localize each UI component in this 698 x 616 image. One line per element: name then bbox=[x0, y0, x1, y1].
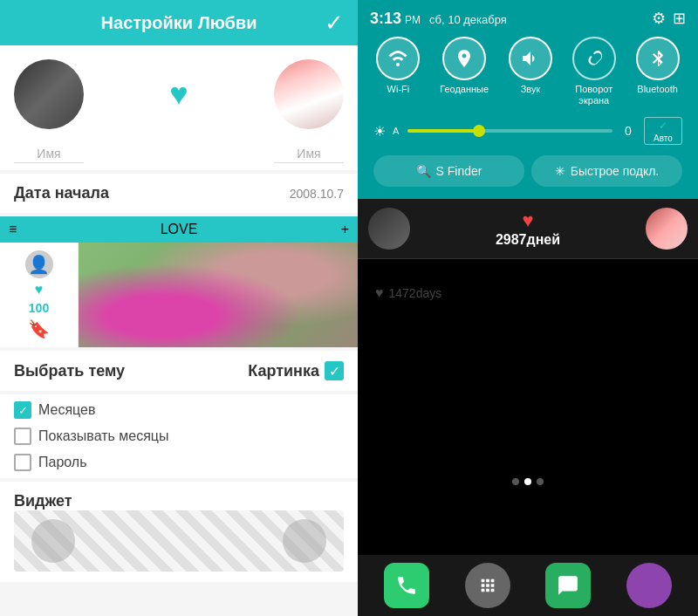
widget-preview bbox=[14, 510, 344, 572]
show-months-checkbox[interactable] bbox=[14, 428, 31, 445]
bluetooth-label: Bluetooth bbox=[637, 84, 677, 94]
toggle-bluetooth[interactable]: Bluetooth bbox=[636, 37, 680, 106]
notif-heart-icon: ♥ bbox=[522, 209, 533, 232]
auto-a-icon: A bbox=[393, 126, 399, 136]
rotate-circle bbox=[572, 37, 616, 80]
search-icon: 🔍 bbox=[416, 164, 431, 178]
days-heart-icon: ♥ bbox=[375, 285, 384, 301]
brightness-dot bbox=[473, 125, 485, 137]
dock-circle[interactable] bbox=[626, 563, 672, 608]
dock-apps[interactable] bbox=[465, 563, 510, 608]
toggle-rotate[interactable]: Поворотэкрана bbox=[572, 37, 616, 106]
months-row: ✓ Месяцев bbox=[14, 401, 344, 419]
auto-check-icon: ✓ bbox=[659, 120, 667, 132]
name-left[interactable]: Имя bbox=[14, 147, 84, 163]
dot-1 bbox=[512, 478, 519, 485]
black-area: ♥ 1472days bbox=[358, 259, 698, 555]
days-text-area: ♥ 1472days bbox=[358, 259, 698, 327]
date-label: Дата начала bbox=[14, 184, 109, 202]
quick-toggles: Wi-Fi Геоданные Звук Поворотэкрана bbox=[366, 31, 689, 112]
password-label: Пароль bbox=[38, 455, 87, 470]
profile-section: ♥ bbox=[0, 45, 358, 143]
widget-title: Виджет bbox=[14, 492, 72, 510]
widget-avatar-right bbox=[283, 519, 326, 563]
days-text: 1472days bbox=[389, 286, 442, 300]
theme-label: Выбрать тему bbox=[14, 362, 125, 380]
dot-3 bbox=[537, 478, 544, 485]
wifi-label: Wi-Fi bbox=[387, 84, 410, 94]
left-panel: Настройки Любви ✓ ♥ Имя Имя Дата начала … bbox=[0, 0, 358, 616]
auto-box[interactable]: ✓ Авто bbox=[644, 117, 682, 145]
menu-icon: ≡ bbox=[9, 222, 17, 237]
date-value[interactable]: 2008.10.7 bbox=[290, 187, 344, 201]
months-checkbox[interactable]: ✓ bbox=[14, 401, 31, 419]
notif-center: ♥ 2987дней bbox=[419, 209, 637, 248]
dock-phone[interactable] bbox=[384, 563, 429, 608]
notification-shade: 3:13 PM сб, 10 декабря ⚙ ⊞ Wi-Fi Гео bbox=[358, 0, 698, 199]
love-right-panel bbox=[79, 243, 358, 347]
name-right[interactable]: Имя bbox=[274, 147, 344, 163]
grid-icon[interactable]: ⊞ bbox=[673, 9, 686, 28]
toggle-sound[interactable]: Звук bbox=[509, 37, 552, 106]
settings-header: Настройки Любви ✓ bbox=[0, 0, 358, 45]
geo-circle bbox=[442, 37, 486, 80]
status-ampm: PM bbox=[405, 14, 421, 26]
password-row: Пароль bbox=[14, 454, 344, 471]
brightness-icon: ☀ bbox=[373, 123, 386, 140]
quick-connect-button[interactable]: ✳ Быстрое подкл. bbox=[531, 155, 682, 187]
show-months-row: Показывать месяцы bbox=[14, 428, 344, 445]
show-months-label: Показывать месяцы bbox=[38, 428, 169, 444]
snowflake-icon: ✳ bbox=[555, 164, 565, 178]
sound-circle bbox=[509, 37, 552, 80]
love-widget: ≡ LOVE + 👤 ♥ 100 🔖 bbox=[0, 216, 358, 347]
love-left-panel: 👤 ♥ 100 🔖 bbox=[0, 243, 79, 347]
months-label: Месяцев bbox=[38, 402, 95, 418]
heart-icon: ♥ bbox=[169, 76, 188, 113]
theme-section: Выбрать тему Картинка ✓ bbox=[0, 351, 358, 391]
brightness-row: ☀ A 0 ✓ Авто bbox=[366, 112, 689, 150]
kartinka-row: Картинка ✓ bbox=[248, 361, 344, 380]
wifi-circle bbox=[376, 37, 420, 80]
love-count: 100 bbox=[29, 301, 49, 315]
s-finder-button[interactable]: 🔍 S Finder bbox=[373, 155, 524, 187]
love-heart-small: ♥ bbox=[35, 282, 44, 298]
dock bbox=[358, 555, 698, 616]
notif-avatar-left bbox=[368, 208, 410, 250]
profile-names: Имя Имя bbox=[0, 143, 358, 170]
brightness-fill bbox=[407, 129, 479, 133]
dots-row bbox=[512, 478, 544, 485]
hands-image bbox=[79, 243, 358, 347]
status-time: 3:13 bbox=[370, 10, 401, 28]
auto-label: Авто bbox=[654, 133, 673, 143]
brightness-slider[interactable] bbox=[407, 129, 612, 133]
kartinka-checkbox[interactable]: ✓ bbox=[325, 361, 344, 380]
rotate-label: Поворотэкрана bbox=[575, 84, 612, 106]
confirm-button[interactable]: ✓ bbox=[325, 10, 344, 37]
widget-avatar-left bbox=[31, 519, 75, 563]
notif-avatar-right bbox=[646, 208, 688, 250]
settings-icon[interactable]: ⚙ bbox=[652, 9, 666, 28]
add-icon[interactable]: + bbox=[341, 222, 349, 237]
kartinka-label: Картинка bbox=[248, 362, 319, 380]
toggle-wifi[interactable]: Wi-Fi bbox=[376, 37, 420, 106]
dock-messages[interactable] bbox=[545, 563, 591, 608]
widget-section: Виджет bbox=[0, 482, 358, 582]
password-checkbox[interactable] bbox=[14, 454, 31, 471]
avatar-right[interactable] bbox=[274, 59, 344, 129]
right-panel: 3:13 PM сб, 10 декабря ⚙ ⊞ Wi-Fi Гео bbox=[358, 0, 698, 616]
love-label: LOVE bbox=[161, 222, 198, 237]
status-date: сб, 10 декабря bbox=[429, 13, 507, 26]
toggle-geo[interactable]: Геоданные bbox=[440, 37, 489, 106]
bookmark-icon: 🔖 bbox=[28, 318, 50, 339]
avatar-left[interactable] bbox=[14, 59, 84, 129]
brightness-value: 0 bbox=[619, 124, 637, 138]
geo-label: Геоданные bbox=[440, 84, 489, 94]
love-content: 👤 ♥ 100 🔖 bbox=[0, 243, 358, 347]
widget-notification: ♥ 2987дней bbox=[358, 199, 698, 259]
quick-connect-label: Быстрое подкл. bbox=[571, 164, 659, 178]
love-bar: ≡ LOVE + bbox=[0, 216, 358, 243]
header-title: Настройки Любви bbox=[101, 13, 257, 33]
search-row: 🔍 S Finder ✳ Быстрое подкл. bbox=[366, 150, 689, 192]
dot-2 bbox=[524, 478, 531, 485]
s-finder-label: S Finder bbox=[436, 164, 482, 178]
